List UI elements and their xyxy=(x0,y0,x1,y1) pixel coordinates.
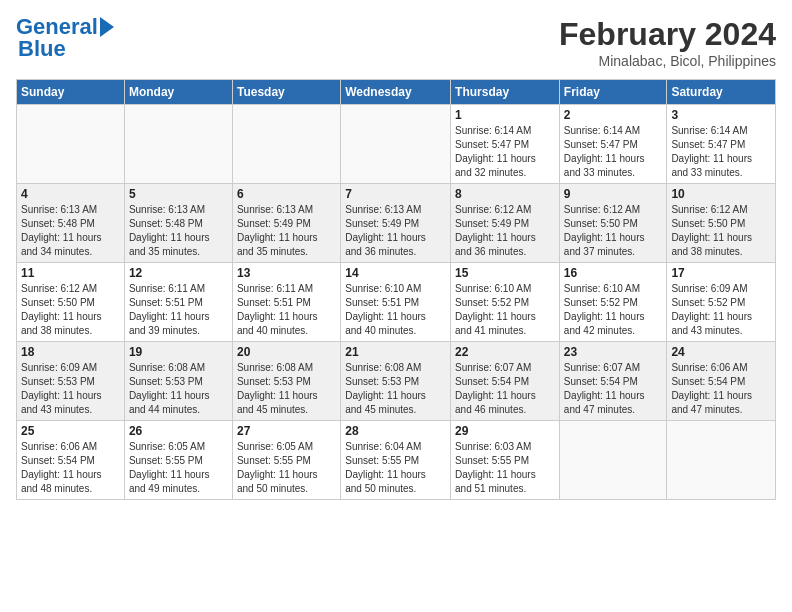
calendar-cell: 3Sunrise: 6:14 AM Sunset: 5:47 PM Daylig… xyxy=(667,105,776,184)
day-number: 7 xyxy=(345,187,446,201)
logo-text: General xyxy=(16,16,98,38)
calendar-table: SundayMondayTuesdayWednesdayThursdayFrid… xyxy=(16,79,776,500)
day-info: Sunrise: 6:07 AM Sunset: 5:54 PM Dayligh… xyxy=(564,361,663,417)
day-info: Sunrise: 6:10 AM Sunset: 5:51 PM Dayligh… xyxy=(345,282,446,338)
day-info: Sunrise: 6:05 AM Sunset: 5:55 PM Dayligh… xyxy=(129,440,228,496)
day-info: Sunrise: 6:11 AM Sunset: 5:51 PM Dayligh… xyxy=(237,282,336,338)
calendar-cell: 16Sunrise: 6:10 AM Sunset: 5:52 PM Dayli… xyxy=(559,263,667,342)
day-info: Sunrise: 6:10 AM Sunset: 5:52 PM Dayligh… xyxy=(564,282,663,338)
calendar-cell: 21Sunrise: 6:08 AM Sunset: 5:53 PM Dayli… xyxy=(341,342,451,421)
calendar-cell: 15Sunrise: 6:10 AM Sunset: 5:52 PM Dayli… xyxy=(451,263,560,342)
calendar-cell: 10Sunrise: 6:12 AM Sunset: 5:50 PM Dayli… xyxy=(667,184,776,263)
calendar-cell: 9Sunrise: 6:12 AM Sunset: 5:50 PM Daylig… xyxy=(559,184,667,263)
day-number: 29 xyxy=(455,424,555,438)
weekday-header: Wednesday xyxy=(341,80,451,105)
calendar-cell: 2Sunrise: 6:14 AM Sunset: 5:47 PM Daylig… xyxy=(559,105,667,184)
day-number: 14 xyxy=(345,266,446,280)
day-number: 4 xyxy=(21,187,120,201)
calendar-cell: 1Sunrise: 6:14 AM Sunset: 5:47 PM Daylig… xyxy=(451,105,560,184)
calendar-cell: 23Sunrise: 6:07 AM Sunset: 5:54 PM Dayli… xyxy=(559,342,667,421)
day-number: 10 xyxy=(671,187,771,201)
calendar-cell: 4Sunrise: 6:13 AM Sunset: 5:48 PM Daylig… xyxy=(17,184,125,263)
calendar-cell: 27Sunrise: 6:05 AM Sunset: 5:55 PM Dayli… xyxy=(232,421,340,500)
day-info: Sunrise: 6:13 AM Sunset: 5:49 PM Dayligh… xyxy=(345,203,446,259)
calendar-cell: 13Sunrise: 6:11 AM Sunset: 5:51 PM Dayli… xyxy=(232,263,340,342)
calendar-cell: 18Sunrise: 6:09 AM Sunset: 5:53 PM Dayli… xyxy=(17,342,125,421)
calendar-cell xyxy=(667,421,776,500)
day-info: Sunrise: 6:09 AM Sunset: 5:52 PM Dayligh… xyxy=(671,282,771,338)
calendar-cell: 28Sunrise: 6:04 AM Sunset: 5:55 PM Dayli… xyxy=(341,421,451,500)
day-number: 18 xyxy=(21,345,120,359)
day-number: 2 xyxy=(564,108,663,122)
day-info: Sunrise: 6:08 AM Sunset: 5:53 PM Dayligh… xyxy=(129,361,228,417)
day-number: 19 xyxy=(129,345,228,359)
day-number: 13 xyxy=(237,266,336,280)
day-info: Sunrise: 6:06 AM Sunset: 5:54 PM Dayligh… xyxy=(21,440,120,496)
day-number: 12 xyxy=(129,266,228,280)
day-number: 20 xyxy=(237,345,336,359)
day-info: Sunrise: 6:12 AM Sunset: 5:49 PM Dayligh… xyxy=(455,203,555,259)
day-number: 28 xyxy=(345,424,446,438)
day-number: 25 xyxy=(21,424,120,438)
calendar-cell: 20Sunrise: 6:08 AM Sunset: 5:53 PM Dayli… xyxy=(232,342,340,421)
day-info: Sunrise: 6:10 AM Sunset: 5:52 PM Dayligh… xyxy=(455,282,555,338)
calendar-cell: 19Sunrise: 6:08 AM Sunset: 5:53 PM Dayli… xyxy=(124,342,232,421)
day-info: Sunrise: 6:12 AM Sunset: 5:50 PM Dayligh… xyxy=(564,203,663,259)
calendar-cell: 29Sunrise: 6:03 AM Sunset: 5:55 PM Dayli… xyxy=(451,421,560,500)
day-info: Sunrise: 6:07 AM Sunset: 5:54 PM Dayligh… xyxy=(455,361,555,417)
calendar-week-row: 4Sunrise: 6:13 AM Sunset: 5:48 PM Daylig… xyxy=(17,184,776,263)
day-number: 5 xyxy=(129,187,228,201)
calendar-week-row: 11Sunrise: 6:12 AM Sunset: 5:50 PM Dayli… xyxy=(17,263,776,342)
weekday-header: Sunday xyxy=(17,80,125,105)
calendar-week-row: 25Sunrise: 6:06 AM Sunset: 5:54 PM Dayli… xyxy=(17,421,776,500)
weekday-header: Tuesday xyxy=(232,80,340,105)
calendar-cell: 8Sunrise: 6:12 AM Sunset: 5:49 PM Daylig… xyxy=(451,184,560,263)
day-number: 27 xyxy=(237,424,336,438)
day-number: 22 xyxy=(455,345,555,359)
weekday-header: Friday xyxy=(559,80,667,105)
day-info: Sunrise: 6:14 AM Sunset: 5:47 PM Dayligh… xyxy=(455,124,555,180)
day-info: Sunrise: 6:13 AM Sunset: 5:49 PM Dayligh… xyxy=(237,203,336,259)
calendar-header-row: SundayMondayTuesdayWednesdayThursdayFrid… xyxy=(17,80,776,105)
calendar-cell xyxy=(124,105,232,184)
day-info: Sunrise: 6:11 AM Sunset: 5:51 PM Dayligh… xyxy=(129,282,228,338)
day-number: 11 xyxy=(21,266,120,280)
day-number: 26 xyxy=(129,424,228,438)
calendar-cell: 25Sunrise: 6:06 AM Sunset: 5:54 PM Dayli… xyxy=(17,421,125,500)
day-number: 21 xyxy=(345,345,446,359)
calendar-cell xyxy=(341,105,451,184)
day-number: 9 xyxy=(564,187,663,201)
logo: General Blue xyxy=(16,16,114,60)
weekday-header: Saturday xyxy=(667,80,776,105)
day-info: Sunrise: 6:12 AM Sunset: 5:50 PM Dayligh… xyxy=(21,282,120,338)
calendar-cell: 6Sunrise: 6:13 AM Sunset: 5:49 PM Daylig… xyxy=(232,184,340,263)
day-number: 3 xyxy=(671,108,771,122)
calendar-cell: 17Sunrise: 6:09 AM Sunset: 5:52 PM Dayli… xyxy=(667,263,776,342)
title-section: February 2024 Minalabac, Bicol, Philippi… xyxy=(559,16,776,69)
day-info: Sunrise: 6:06 AM Sunset: 5:54 PM Dayligh… xyxy=(671,361,771,417)
logo-arrow-icon xyxy=(100,17,114,37)
day-info: Sunrise: 6:09 AM Sunset: 5:53 PM Dayligh… xyxy=(21,361,120,417)
calendar-cell: 7Sunrise: 6:13 AM Sunset: 5:49 PM Daylig… xyxy=(341,184,451,263)
day-info: Sunrise: 6:08 AM Sunset: 5:53 PM Dayligh… xyxy=(345,361,446,417)
location-subtitle: Minalabac, Bicol, Philippines xyxy=(559,53,776,69)
day-number: 15 xyxy=(455,266,555,280)
calendar-cell xyxy=(559,421,667,500)
day-info: Sunrise: 6:08 AM Sunset: 5:53 PM Dayligh… xyxy=(237,361,336,417)
calendar-cell: 11Sunrise: 6:12 AM Sunset: 5:50 PM Dayli… xyxy=(17,263,125,342)
calendar-cell xyxy=(232,105,340,184)
weekday-header: Thursday xyxy=(451,80,560,105)
day-number: 8 xyxy=(455,187,555,201)
logo-subtext: Blue xyxy=(18,38,66,60)
day-info: Sunrise: 6:03 AM Sunset: 5:55 PM Dayligh… xyxy=(455,440,555,496)
month-year-title: February 2024 xyxy=(559,16,776,53)
calendar-cell: 22Sunrise: 6:07 AM Sunset: 5:54 PM Dayli… xyxy=(451,342,560,421)
day-number: 23 xyxy=(564,345,663,359)
day-info: Sunrise: 6:13 AM Sunset: 5:48 PM Dayligh… xyxy=(21,203,120,259)
day-number: 24 xyxy=(671,345,771,359)
day-info: Sunrise: 6:13 AM Sunset: 5:48 PM Dayligh… xyxy=(129,203,228,259)
weekday-header: Monday xyxy=(124,80,232,105)
calendar-cell: 14Sunrise: 6:10 AM Sunset: 5:51 PM Dayli… xyxy=(341,263,451,342)
day-info: Sunrise: 6:12 AM Sunset: 5:50 PM Dayligh… xyxy=(671,203,771,259)
calendar-week-row: 18Sunrise: 6:09 AM Sunset: 5:53 PM Dayli… xyxy=(17,342,776,421)
